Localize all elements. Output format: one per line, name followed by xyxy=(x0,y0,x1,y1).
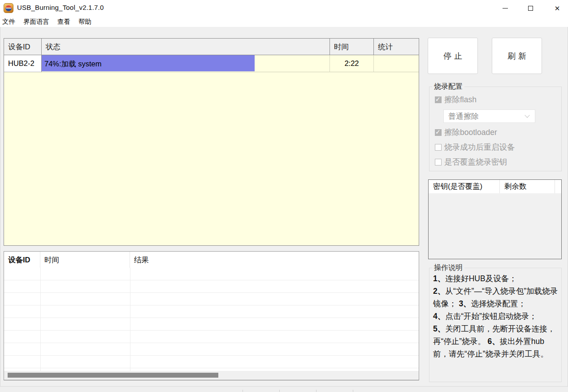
checkbox-checked-icon[interactable]: ✓ xyxy=(435,129,442,136)
col-device-id: 设备ID xyxy=(4,39,42,55)
minimize-button[interactable] xyxy=(495,0,516,16)
erase-flash-label: 擦除flash xyxy=(444,94,477,105)
step-text: 选择烧录配置； xyxy=(471,299,526,308)
result-table: 设备ID 时间 结果 xyxy=(4,251,419,380)
column-divider xyxy=(40,268,41,371)
minimize-icon xyxy=(503,8,508,9)
burn-config-title: 烧录配置 xyxy=(432,82,464,91)
amlogic-globe-icon xyxy=(5,5,12,11)
col-time: 时间 xyxy=(330,39,374,55)
col-result-time: 时间 xyxy=(40,252,130,268)
close-icon: ✕ xyxy=(555,5,560,12)
status-divider xyxy=(279,390,280,392)
instructions-text: 1、连接好HUB及设备； 2、从“文件”—“导入烧录包”加载烧录镜像； 3、选择… xyxy=(433,272,559,360)
time-cell: 2:22 xyxy=(330,55,374,72)
step-number: 5、 xyxy=(433,324,445,333)
key-table-header-spacer xyxy=(555,180,561,193)
step-text: 点击“开始”按钮启动烧录； xyxy=(445,312,537,321)
scrollbar-thumb[interactable] xyxy=(8,373,218,378)
table-row xyxy=(4,280,419,293)
step-text: 连接好HUB及设备； xyxy=(445,274,516,283)
result-table-header: 设备ID 时间 结果 xyxy=(4,252,419,268)
col-result-device-id: 设备ID xyxy=(4,252,40,268)
table-row xyxy=(4,305,419,318)
step-number: 4、 xyxy=(433,312,445,321)
step-number: 3、 xyxy=(459,299,471,308)
menu-language[interactable]: 界面语言 xyxy=(19,16,53,27)
device-table-header: 设备ID 状态 时间 统计 xyxy=(4,39,419,55)
erase-bootloader-label: 擦除bootloader xyxy=(444,127,497,138)
check-icon: ✓ xyxy=(435,96,441,103)
step-number: 1、 xyxy=(433,274,445,283)
maximize-button[interactable] xyxy=(520,0,541,16)
app-icon xyxy=(4,3,13,13)
table-row xyxy=(4,293,419,305)
overwrite-key-option[interactable]: 是否覆盖烧录密钥 xyxy=(435,157,507,167)
checkbox-unchecked-icon[interactable] xyxy=(435,144,442,151)
device-table: 设备ID 状态 时间 统计 HUB2-2 74%:加载 system 2:22 xyxy=(4,38,419,246)
refresh-button[interactable]: 刷新 xyxy=(492,38,542,74)
reboot-after-success-label: 烧录成功后重启设备 xyxy=(444,142,515,152)
table-row xyxy=(4,268,419,280)
menu-bar: 文件 界面语言 查看 帮助 xyxy=(0,16,568,27)
maximize-icon xyxy=(528,6,533,11)
result-table-body xyxy=(4,268,419,371)
reboot-after-success-option[interactable]: 烧录成功后重启设备 xyxy=(435,142,515,152)
erase-mode-select[interactable]: 普通擦除 xyxy=(443,109,535,123)
key-table: 密钥(是否覆盖) 剩余数 xyxy=(428,179,562,259)
burn-config-group: 烧录配置 ✓ 擦除flash 普通擦除 ✓ 擦除bootloader 烧录成功后… xyxy=(429,87,562,171)
status-cell: 74%:加载 system xyxy=(42,55,330,72)
col-result: 结果 xyxy=(130,252,419,268)
status-bar xyxy=(0,386,568,392)
stats-cell xyxy=(374,55,419,72)
device-row[interactable]: HUB2-2 74%:加载 system 2:22 xyxy=(4,55,419,72)
table-row xyxy=(4,343,419,356)
menu-file[interactable]: 文件 xyxy=(0,16,19,27)
status-divider xyxy=(316,390,317,392)
chevron-down-icon xyxy=(525,113,529,118)
key-table-header: 密钥(是否覆盖) 剩余数 xyxy=(429,180,561,193)
col-remaining: 剩余数 xyxy=(500,180,555,193)
title-bar: USB_Burning_Tool_v2.1.7.0 ✕ xyxy=(0,0,568,16)
col-status: 状态 xyxy=(42,39,330,55)
overwrite-key-label: 是否覆盖烧录密钥 xyxy=(444,157,507,167)
table-row xyxy=(4,356,419,368)
close-button[interactable]: ✕ xyxy=(547,0,568,16)
status-divider xyxy=(243,390,243,392)
erase-flash-option[interactable]: ✓ 擦除flash xyxy=(435,94,477,105)
menu-help[interactable]: 帮助 xyxy=(74,16,95,27)
col-key-overwrite: 密钥(是否覆盖) xyxy=(429,180,500,193)
menu-view[interactable]: 查看 xyxy=(53,16,74,27)
app-window: USB_Burning_Tool_v2.1.7.0 ✕ 文件 界面语言 查看 帮… xyxy=(0,0,568,392)
horizontal-scrollbar[interactable] xyxy=(4,371,419,380)
progress-label: 74%:加载 system xyxy=(42,55,330,69)
checkbox-unchecked-icon[interactable] xyxy=(435,159,442,166)
table-row xyxy=(4,331,419,343)
step-number: 6、 xyxy=(488,337,500,346)
col-stats: 统计 xyxy=(374,39,419,55)
table-row xyxy=(4,318,419,331)
erase-bootloader-option[interactable]: ✓ 擦除bootloader xyxy=(435,127,497,138)
device-id-cell: HUB2-2 xyxy=(4,55,42,72)
instructions-title: 操作说明 xyxy=(432,263,464,273)
status-divider xyxy=(353,390,353,392)
erase-mode-value: 普通擦除 xyxy=(444,111,525,122)
stop-button[interactable]: 停止 xyxy=(428,38,478,74)
column-divider xyxy=(130,268,130,371)
check-icon: ✓ xyxy=(435,128,441,135)
window-title: USB_Burning_Tool_v2.1.7.0 xyxy=(17,4,104,11)
step-number: 2、 xyxy=(433,287,445,296)
instructions-group: 操作说明 1、连接好HUB及设备； 2、从“文件”—“导入烧录包”加载烧录镜像；… xyxy=(429,268,562,382)
checkbox-checked-icon[interactable]: ✓ xyxy=(435,96,442,103)
